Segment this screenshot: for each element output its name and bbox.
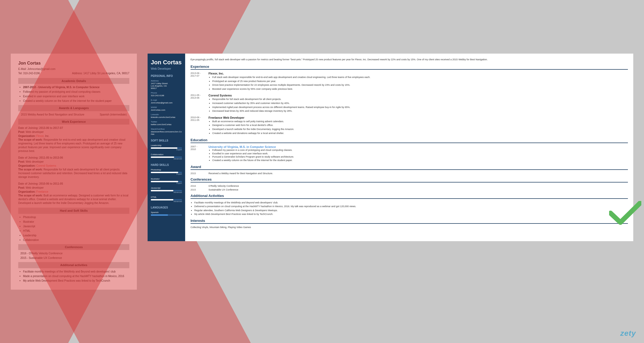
exp-1-bullet-2: Implemented Agile/Lean development proce… (212, 106, 628, 109)
personal-info-title: Personal Info (151, 74, 182, 77)
illustrator-label: Illustrator (151, 178, 182, 180)
www-value: JonCortas.com (151, 109, 182, 111)
job-block-2: Date of Joining: 2010-06 to 2011-05 Post… (18, 182, 129, 205)
conf-0-year: 2016 (191, 185, 205, 187)
left-email: E-Mail: Johncortas@gmail.com (18, 67, 129, 71)
conf-1-year: 2015 (191, 188, 205, 191)
skill-5: Collaboration (23, 238, 129, 242)
award-text: 2015 Webby Award for Best Navigation and… (21, 113, 84, 117)
skill-collaboration: Collaboration Advanced (151, 153, 182, 160)
linkedin-value: linkedin.com/in/JonCortas (151, 116, 182, 118)
languages-title: Languages (151, 206, 182, 209)
photoshop-level: Expert (151, 173, 182, 175)
exp-2-company: Freelance Web Developer (208, 116, 628, 119)
activities-title: Additional Activities (191, 194, 628, 199)
twitter-value: twitter.com/JonCortas (151, 123, 182, 126)
job-0-post: Post: Web developer (18, 130, 129, 134)
skill-illustrator: Illustrator Expert (151, 178, 182, 184)
job-block-0: Date of Joining: 2013-06 to 2017-07 Post… (18, 126, 129, 153)
html-label: HTML (151, 196, 182, 198)
work-header: Work Experience (18, 119, 129, 125)
exp-2-bullet-3: Created a website and donations webapp f… (212, 132, 628, 135)
conf-0: 2016 - O'Reilly Velocity Conference (20, 251, 129, 255)
edu-0-bullet-3: Created a weekly column on the future of… (212, 159, 294, 162)
activity-1: Delivered a presentation on cloud comput… (194, 205, 628, 208)
leadership-label: Leadership (151, 144, 182, 147)
skill-1: Illustrator (23, 220, 129, 224)
soft-skills-title: Soft Skills (151, 139, 182, 142)
skill-0: Photoshop (23, 215, 129, 219)
hard-skills-title: Hard Skills (151, 163, 182, 166)
exp-0-company: Flexor, Inc. (208, 72, 628, 75)
exp-1-company: Corend Systems (208, 94, 628, 97)
education-title: Education (191, 138, 628, 143)
exp-0-bullet-0: Full stack web developer responsible for… (212, 76, 628, 79)
academic-item-0: 2007-2010 - University of Virginia, M.S.… (23, 85, 129, 89)
phone-label: Phone (151, 92, 182, 94)
lang-text: Spanish (intermediate) (100, 113, 127, 117)
address-label: Address (151, 80, 182, 82)
exp-2-bullet-0: Built an ecommerce webapp to sell potty … (212, 120, 628, 123)
resume-right: Jon Cortas Web Developer Personal Info A… (148, 54, 633, 241)
exp-0-bullet-3: Boosted user experience scores by 55% ov… (212, 87, 628, 91)
spanish-bar-fill (151, 214, 168, 216)
edu-0-bullet-2: Pursued a Generalist Scholars Program gr… (212, 155, 294, 159)
activity-3: My article Web Development Best Practice… (194, 212, 628, 216)
linkedin-label: LinkedIn (151, 113, 182, 116)
award-text: Received a Webby Award for Best Navigati… (208, 172, 273, 175)
award-title: Award (191, 165, 628, 170)
skill-photoshop: Photoshop Expert (151, 169, 182, 175)
left-tel: Tel: 310-242-0196 (18, 71, 40, 75)
exp-1-date: 2011-05 -2013-06 (191, 94, 205, 113)
exp-0-bullet-2: Drove best practice implementation for 2… (212, 83, 628, 87)
right-sidebar: Jon Cortas Web Developer Personal Info A… (148, 54, 185, 241)
activity-0: Facilitate monthly meetings of the Webfi… (23, 270, 129, 274)
skill-spanish: Spanish (151, 211, 182, 216)
job-0-org: Organization: Flexor, Inc. (18, 134, 129, 138)
activity-1: Made a presentation on cloud computing a… (23, 274, 129, 278)
interests-title: Interests (191, 219, 628, 224)
left-address: Address: 1417 Libby St Los Angeles, CA, … (72, 71, 129, 75)
stackoverflow-label: StackOverflow (151, 128, 182, 130)
exp-block-2: 2010-06 -2011-05 Freelance Web Developer… (191, 116, 628, 135)
activities-header: Additonal activities (18, 262, 129, 268)
job-2-scope: The scope of work: Built an ecommerce we… (18, 194, 129, 205)
job-2-post: Post: Web developer (18, 186, 129, 190)
exp-2-bullet-1: Designed a customer web form for a local… (212, 124, 628, 127)
job-1-date: Date of Joining: 2011-05 to 2013-06 (18, 156, 129, 160)
exp-block-0: 2013-06 -2017-07 Flexor, Inc. Full stack… (191, 72, 628, 91)
skill-2: Javascript (23, 224, 129, 228)
job-2-org: Organization: Freelance (18, 190, 129, 194)
exp-0-content: Flexor, Inc. Full stack web developer re… (208, 72, 628, 91)
stackoverflow-value: stackoverflow.com/users/Jon-Cortas (151, 131, 182, 135)
twitter-label: Twitter (151, 121, 182, 123)
job-1-post: Post: Web developer (18, 160, 129, 164)
spanish-label: Spanish (151, 211, 182, 214)
collaboration-level: Advanced (151, 158, 182, 160)
skills-header: Hard and Soft Skills (18, 208, 129, 214)
edu-block-0: 2007 -2010 University of Virginia, M.S. … (191, 145, 628, 162)
javascript-label: Javascript (151, 187, 182, 189)
conf-header: Conferences (18, 244, 129, 250)
job-2-date: Date of Joining: 2010-06 to 2011-05 (18, 182, 129, 186)
right-name: Jon Cortas (151, 59, 182, 66)
award-block: 2015 Received a Webby Award for Best Nav… (191, 172, 628, 175)
zety-watermark: zety (620, 329, 636, 338)
exp-1-bullet-0: Responsible for full stack web developme… (212, 98, 628, 101)
www-label: WWW (151, 106, 182, 109)
right-title: Web Developer (151, 67, 182, 70)
academic-item-3: Created a weekly column on the future of… (23, 99, 129, 103)
academic-item-1: Followed my passion of prototyping and c… (23, 90, 129, 94)
summary-text: Eye-poppingly prolific, full stack web d… (191, 58, 628, 62)
edu-0-content: University of Virginia, M.S. in Computer… (208, 145, 294, 162)
spanish-bar-bg (151, 214, 182, 216)
job-1-org: Organization: Corend Systems (18, 164, 129, 168)
academic-item-2: Excelled in user experience and user int… (23, 94, 129, 98)
skill-leadership: Leadership Expert (151, 144, 182, 151)
photoshop-label: Photoshop (151, 169, 182, 171)
exp-2-bullet-2: Developed a launch website for the Indie… (212, 128, 628, 131)
exp-0-bullet-1: Prototyped an average of 25 new product … (212, 80, 628, 83)
right-main: Eye-poppingly prolific, full stack web d… (185, 54, 633, 241)
edu-0-date: 2007 -2010 (191, 145, 205, 162)
email-label: E-mail (151, 99, 182, 101)
